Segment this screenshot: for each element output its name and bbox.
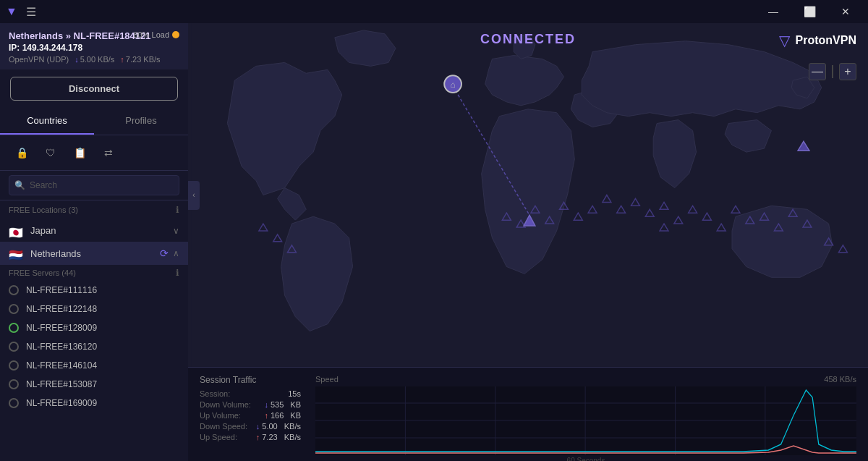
proton-logo-icon: ▽ (779, 32, 790, 49)
server-name: NL-FREE#136120 (26, 342, 97, 352)
graph-max-value: 458 KB/s (824, 375, 856, 384)
server-row[interactable]: NL-FREE#128009 (0, 318, 188, 337)
download-arrow: ↓ (75, 55, 79, 64)
load-text: 80% Load (133, 30, 169, 39)
servers-info-icon[interactable]: ℹ (176, 268, 179, 278)
filter-lock-button[interactable]: 🔒 (9, 141, 35, 164)
download-speed: ↓ 5.00 KB/s (75, 55, 114, 64)
hamburger-button[interactable]: ☰ (26, 5, 36, 19)
search-inner: 🔍 (9, 175, 179, 195)
server-status-circle (9, 304, 19, 314)
main-content: Netherlands » NL-FREE#184121 IP: 149.34.… (0, 23, 868, 461)
speed-label: Speed (315, 375, 339, 384)
zoom-out-button[interactable]: — (809, 63, 826, 80)
up-speed-label: Up Speed: (200, 433, 237, 441)
upload-speed-value: 7.23 KB/s (126, 55, 161, 64)
zoom-in-button[interactable]: + (839, 63, 856, 80)
up-speed-unit: KB/s (284, 433, 301, 441)
session-value: 15s (288, 389, 301, 398)
stats-title: Session Traffic (200, 375, 301, 385)
titlebar: ▼ ☰ — ⬜ ✕ (0, 0, 868, 23)
tab-profiles[interactable]: Profiles (94, 108, 188, 135)
app-icon: ▼ (6, 5, 17, 18)
server-name: NL-FREE#169009 (26, 398, 97, 408)
down-vol-value: ↓ 535 KB (264, 400, 301, 409)
ip-value: 149.34.244.178 (22, 43, 82, 53)
down-vol-unit: KB (290, 400, 301, 409)
server-name: NL-FREE#153087 (26, 379, 97, 389)
tab-countries[interactable]: Countries (0, 108, 94, 135)
free-servers-label: FREE Servers (44) (9, 268, 76, 277)
free-locations-label: FREE Locations (3) (9, 206, 78, 214)
reconnect-icon[interactable]: ⟳ (160, 248, 169, 259)
search-input[interactable] (9, 175, 179, 195)
filter-shield-button[interactable]: 🛡 (38, 141, 64, 164)
protocol-text: OpenVPN (UDP) (9, 55, 69, 64)
filter-list-button[interactable]: 📋 (67, 141, 93, 164)
country-row-netherlands[interactable]: 🇳🇱 Netherlands ⟳ ∧ (0, 242, 188, 265)
protocol-info: OpenVPN (UDP) ↓ 5.00 KB/s ↑ 7.23 KB/s (9, 55, 179, 64)
down-speed-unit: KB/s (284, 422, 301, 431)
japan-flag: 🇯🇵 (9, 226, 23, 236)
maximize-button[interactable]: ⬜ (793, 0, 826, 23)
down-speed-value: ↓ 5.00 KB/s (256, 422, 301, 431)
server-row[interactable]: NL-FREE#146104 (0, 356, 188, 375)
session-label: Session: (200, 389, 230, 398)
connected-label: CONNECTED (480, 32, 576, 47)
server-name: NL-FREE#128009 (26, 323, 97, 333)
server-status-circle (9, 323, 19, 333)
up-speed-arrow: ↑ (256, 433, 260, 441)
graph-canvas (315, 386, 856, 455)
server-row[interactable]: NL-FREE#136120 (0, 337, 188, 356)
up-speed-num: 7.23 (262, 433, 277, 441)
netherlands-flag: 🇳🇱 (9, 248, 23, 258)
server-row[interactable]: NL-FREE#122148 (0, 300, 188, 318)
window-controls: — ⬜ ✕ (757, 0, 862, 23)
download-speed-value: 5.00 KB/s (80, 55, 115, 64)
map-container: ‹ CONNECTED ▽ ProtonVPN — + (188, 23, 868, 367)
load-indicator (172, 31, 179, 38)
up-speed-value: ↑ 7.23 KB/s (256, 433, 301, 441)
tab-bar: Countries Profiles (0, 108, 188, 135)
server-row[interactable]: NL-FREE#153087 (0, 375, 188, 394)
minimize-button[interactable]: — (757, 0, 790, 23)
stat-session-row: Session: 15s (200, 389, 301, 398)
server-row[interactable]: NL-FREE#111116 (0, 281, 188, 300)
netherlands-name: Netherlands (30, 248, 160, 259)
disconnect-button[interactable]: Disconnect (10, 77, 178, 101)
country-row-japan[interactable]: 🇯🇵 Japan ∨ (0, 219, 188, 242)
free-locations-header: FREE Locations (3) ℹ (0, 200, 188, 219)
collapse-sidebar-button[interactable]: ‹ (188, 181, 200, 210)
filter-bar: 🔒 🛡 📋 ⇄ (0, 135, 188, 171)
server-name: NL-FREE#122148 (26, 304, 97, 314)
server-list: NL-FREE#111116NL-FREE#122148NL-FREE#1280… (0, 281, 188, 413)
up-vol-arrow: ↑ (264, 411, 268, 420)
down-vol-label: Down Volume: (200, 400, 251, 409)
up-vol-value: ↑ 166 KB (264, 411, 301, 420)
ip-label: IP: (9, 43, 20, 53)
server-row[interactable]: NL-FREE#169009 (0, 394, 188, 413)
upload-speed: ↑ 7.23 KB/s (120, 55, 160, 64)
down-speed-arrow: ↓ (256, 422, 260, 431)
close-button[interactable]: ✕ (829, 0, 862, 23)
stats-left: Session Traffic Session: 15s Down Volume… (200, 375, 301, 454)
connection-info: Netherlands » NL-FREE#184121 IP: 149.34.… (0, 23, 188, 69)
free-servers-header: FREE Servers (44) ℹ (0, 265, 188, 281)
zoom-divider (832, 65, 833, 78)
filter-swap-button[interactable]: ⇄ (95, 141, 122, 164)
proton-logo: ▽ ProtonVPN (779, 32, 856, 49)
stat-down-vol-row: Down Volume: ↓ 535 KB (200, 400, 301, 409)
server-status-circle (9, 285, 19, 295)
stat-down-speed-row: Down Speed: ↓ 5.00 KB/s (200, 422, 301, 431)
proton-logo-text: ProtonVPN (796, 34, 856, 47)
upload-arrow: ↑ (120, 55, 124, 64)
stat-up-speed-row: Up Speed: ↑ 7.23 KB/s (200, 433, 301, 441)
server-status-circle (9, 342, 19, 352)
stats-bar: Session Traffic Session: 15s Down Volume… (188, 367, 868, 461)
info-icon[interactable]: ℹ (176, 205, 179, 215)
titlebar-left: ▼ ☰ (6, 5, 36, 19)
server-status-circle (9, 360, 19, 371)
up-vol-unit: KB (290, 411, 301, 420)
stats-graph: Speed 458 KB/s (315, 375, 856, 454)
netherlands-chevron-icon: ∧ (173, 248, 179, 258)
